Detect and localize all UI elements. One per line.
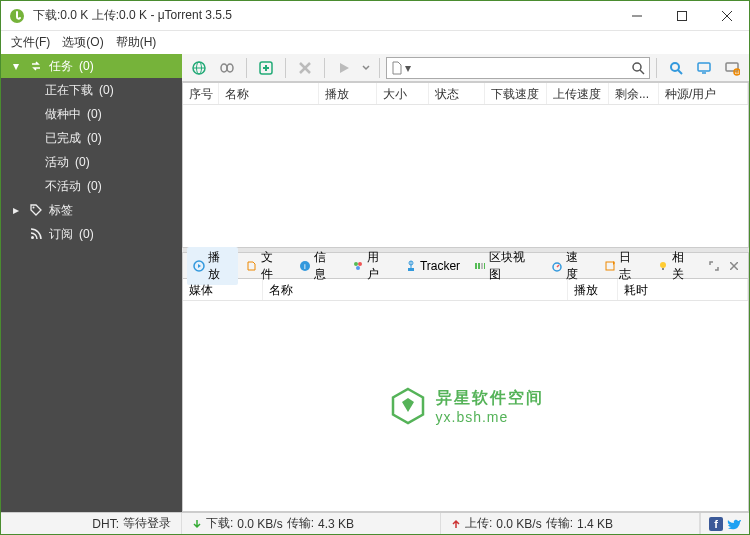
info-icon: i	[299, 260, 311, 272]
detail-tabs: 播放 文件 i信息 用户 Tracker 区块视图 速度 日志 相关	[183, 253, 748, 279]
status-upload[interactable]: 上传: 0.0 KB/s 传输: 1.4 KB	[441, 513, 700, 534]
tab-tracker[interactable]: Tracker	[399, 257, 466, 275]
svg-point-10	[221, 64, 227, 72]
log-icon	[604, 260, 616, 272]
sidebar-count: (0)	[87, 131, 102, 145]
svg-point-28	[354, 262, 358, 266]
sidebar-label: 已完成	[45, 130, 81, 147]
sidebar-item-seeding[interactable]: 做种中 (0)	[1, 102, 182, 126]
col-remain[interactable]: 剩余...	[609, 83, 659, 104]
remote-button[interactable]	[691, 56, 717, 80]
maximize-button[interactable]	[659, 1, 704, 31]
sidebar-count: (0)	[79, 59, 94, 73]
sidebar-item-feeds[interactable]: 订阅 (0)	[1, 222, 182, 246]
svg-point-11	[227, 64, 233, 72]
expand-icon: ▸	[9, 203, 23, 217]
sidebar-count: (0)	[87, 107, 102, 121]
sidebar-item-active[interactable]: 活动 (0)	[1, 150, 182, 174]
detail-close-button[interactable]	[724, 256, 744, 276]
detail-list-header: 媒体 名称 播放 耗时	[183, 279, 748, 301]
svg-line-18	[640, 70, 644, 74]
menu-help[interactable]: 帮助(H)	[110, 32, 163, 53]
speed-icon	[551, 260, 563, 272]
col-size[interactable]: 大小	[377, 83, 429, 104]
file-icon	[391, 61, 403, 75]
separator	[379, 58, 380, 78]
col-duration[interactable]: 耗时	[618, 279, 748, 300]
menubar: 文件(F) 选项(O) 帮助(H)	[1, 31, 749, 54]
sidebar-item-completed[interactable]: 已完成 (0)	[1, 126, 182, 150]
svg-rect-42	[662, 268, 664, 270]
search-icon[interactable]	[631, 61, 645, 75]
svg-rect-2	[677, 11, 686, 20]
sidebar-label: 订阅	[49, 226, 73, 243]
separator	[324, 58, 325, 78]
svg-rect-40	[606, 262, 614, 270]
watermark-url: yx.bsh.me	[436, 409, 544, 425]
files-icon	[246, 260, 258, 272]
col-seeds[interactable]: 种源/用户	[659, 83, 748, 104]
minimize-button[interactable]	[614, 1, 659, 31]
app-icon	[7, 6, 27, 26]
sidebar-label: 做种中	[45, 106, 81, 123]
toolbar: ▾	[182, 54, 749, 82]
col-name[interactable]: 名称	[219, 83, 319, 104]
col-downspeed[interactable]: 下载速度	[485, 83, 547, 104]
open-torrent-button[interactable]	[214, 56, 240, 80]
open-url-button[interactable]	[186, 56, 212, 80]
add-button[interactable]	[253, 56, 279, 80]
torrent-list-pane: 序号 名称 播放 大小 状态 下载速度 上传速度 剩余... 种源/用户	[182, 82, 749, 248]
sidebar-item-inactive[interactable]: 不活动 (0)	[1, 174, 182, 198]
detail-maximize-button[interactable]	[704, 256, 724, 276]
sidebar-label: 标签	[49, 202, 73, 219]
sidebar-item-downloading[interactable]: 正在下载 (0)	[1, 78, 182, 102]
detail-body[interactable]: 异星软件空间 yx.bsh.me	[183, 301, 748, 511]
col-num[interactable]: 序号	[183, 83, 219, 104]
svg-rect-37	[484, 263, 485, 269]
sidebar-item-labels[interactable]: ▸ 标签	[1, 198, 182, 222]
sidebar-count: (0)	[87, 179, 102, 193]
col-upspeed[interactable]: 上传速度	[547, 83, 609, 104]
play-button[interactable]	[331, 56, 357, 80]
svg-rect-31	[408, 268, 414, 271]
torrent-list-header: 序号 名称 播放 大小 状态 下载速度 上传速度 剩余... 种源/用户	[183, 83, 748, 105]
tracker-icon	[405, 260, 417, 272]
torrent-list-body[interactable]	[183, 105, 748, 247]
rss-icon	[29, 228, 43, 240]
titlebar: 下载:0.0 K 上传:0.0 K - μTorrent 3.5.5	[1, 1, 749, 31]
facebook-icon[interactable]: f	[709, 517, 723, 531]
col-dname[interactable]: 名称	[263, 279, 568, 300]
svg-point-29	[358, 262, 362, 266]
col-status[interactable]: 状态	[429, 83, 485, 104]
col-media[interactable]: 媒体	[183, 279, 263, 300]
svg-rect-21	[698, 63, 710, 71]
up-icon	[451, 519, 461, 529]
main-area: ▾ 任务 (0) 正在下载 (0) 做种中 (0) 已完成 (0) 活动 (0)…	[1, 54, 749, 512]
svg-point-6	[31, 236, 34, 239]
remove-button[interactable]	[292, 56, 318, 80]
play-dropdown-button[interactable]	[359, 56, 373, 80]
sidebar-count: (0)	[79, 227, 94, 241]
tag-icon	[29, 204, 43, 216]
path-bar[interactable]: ▾	[386, 57, 650, 79]
find-button[interactable]	[663, 56, 689, 80]
settings-button[interactable]	[719, 56, 745, 80]
svg-rect-35	[478, 263, 480, 269]
down-icon	[192, 519, 202, 529]
col-play[interactable]: 播放	[319, 83, 377, 104]
col-dplay[interactable]: 播放	[568, 279, 618, 300]
menu-options[interactable]: 选项(O)	[56, 32, 109, 53]
sidebar-item-tasks[interactable]: ▾ 任务 (0)	[1, 54, 182, 78]
svg-line-20	[678, 70, 682, 74]
close-button[interactable]	[704, 1, 749, 31]
dht-label: DHT:	[92, 517, 119, 531]
detail-pane: 播放 文件 i信息 用户 Tracker 区块视图 速度 日志 相关 媒体 名称…	[182, 252, 749, 512]
status-download[interactable]: 下载: 0.0 KB/s 传输: 4.3 KB	[182, 513, 441, 534]
sidebar-count: (0)	[99, 83, 114, 97]
sidebar-count: (0)	[75, 155, 90, 169]
menu-file[interactable]: 文件(F)	[5, 32, 56, 53]
twitter-icon[interactable]	[727, 517, 741, 531]
status-dht[interactable]: DHT: 等待登录	[1, 513, 182, 534]
sidebar: ▾ 任务 (0) 正在下载 (0) 做种中 (0) 已完成 (0) 活动 (0)…	[1, 54, 182, 512]
pieces-icon	[474, 260, 486, 272]
